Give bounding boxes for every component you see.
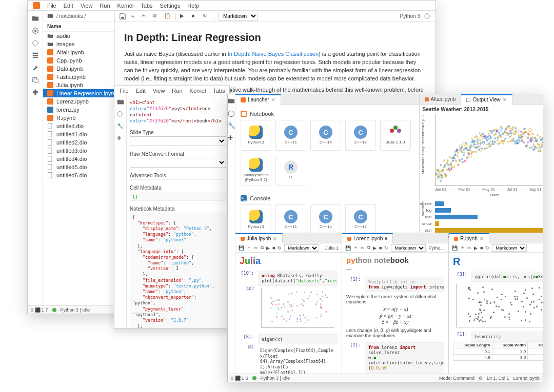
- file-row[interactable]: Cpp.ipynb: [43, 56, 114, 65]
- file-row[interactable]: untitled1.dio: [43, 130, 114, 138]
- running-icon[interactable]: ◯: [117, 111, 124, 118]
- cut-icon[interactable]: ✂: [361, 245, 365, 251]
- close-icon[interactable]: ✕: [271, 97, 275, 102]
- gear-icon[interactable]: ⚙: [479, 376, 483, 381]
- stop-icon[interactable]: ■: [191, 13, 199, 20]
- run-icon[interactable]: ▶: [180, 13, 187, 20]
- menu-item[interactable]: View: [153, 88, 165, 94]
- cell-type-select[interactable]: Markdown: [492, 244, 527, 252]
- menu-item[interactable]: Kernel: [190, 88, 206, 94]
- code[interactable]: head(iris): [471, 332, 543, 342]
- code[interactable]: eigen(x): [258, 334, 338, 344]
- file-row[interactable]: Julia.ipynb: [43, 81, 114, 89]
- restart-icon[interactable]: ↻: [384, 245, 388, 251]
- menu-item[interactable]: Help: [187, 3, 199, 9]
- launcher-card[interactable]: CC++17: [345, 120, 376, 151]
- launcher-card[interactable]: CC++17: [345, 204, 376, 233]
- notebook-metadata[interactable]: { "kernelspec": { "display_name": "Pytho…: [130, 213, 226, 328]
- copy-icon[interactable]: ⧉: [153, 13, 160, 20]
- file-row[interactable]: Lorenz.ipynb: [43, 97, 114, 106]
- restart-icon[interactable]: ↻: [278, 245, 282, 251]
- tab-r[interactable]: R.ipynb ✕: [449, 233, 489, 243]
- menu-item[interactable]: Edit: [136, 88, 146, 94]
- launcher-card[interactable]: CC++11: [275, 120, 306, 151]
- running-icon[interactable]: ◯: [228, 110, 235, 117]
- file-row[interactable]: images: [43, 40, 114, 48]
- extension-icon[interactable]: ✚: [228, 134, 235, 141]
- wrench-icon[interactable]: [32, 64, 39, 71]
- tab-lorenz[interactable]: Lorenz.ipynb: [342, 233, 393, 243]
- inline-link[interactable]: In Depth: Naive Bayes Classification: [228, 51, 319, 57]
- close-icon[interactable]: ✕: [273, 236, 277, 241]
- cell-type-select[interactable]: Markdown: [284, 244, 319, 252]
- tab-julia[interactable]: Julia.ipynb ✕: [235, 233, 283, 243]
- file-row[interactable]: untitled6.dio: [43, 171, 114, 179]
- wrench-icon[interactable]: 🔧: [228, 122, 235, 129]
- save-icon[interactable]: 💾: [239, 245, 244, 251]
- launcher-card[interactable]: RR: [275, 155, 306, 185]
- add-icon[interactable]: ＋: [460, 244, 465, 251]
- file-row[interactable]: untitled4.dio: [43, 155, 114, 163]
- menu-item[interactable]: Edit: [64, 3, 73, 9]
- menu-item[interactable]: Tabs: [141, 3, 152, 9]
- stop-icon[interactable]: ■: [480, 245, 483, 251]
- launcher-card[interactable]: CC++14: [310, 204, 341, 233]
- save-icon[interactable]: 💾: [345, 245, 351, 251]
- file-row[interactable]: audio: [43, 32, 114, 40]
- launcher-card[interactable]: Python 3: [241, 204, 271, 233]
- extension-icon[interactable]: ✚: [117, 135, 124, 142]
- cut-icon[interactable]: ✂: [142, 13, 149, 20]
- stop-icon[interactable]: ■: [379, 245, 382, 251]
- file-row[interactable]: Fasta.ipynb: [43, 73, 114, 81]
- menu-item[interactable]: Run: [100, 3, 110, 9]
- restart-icon[interactable]: ↻: [203, 13, 210, 20]
- kernel-name[interactable]: Python 3: [428, 245, 445, 251]
- code[interactable]: %matplotlib inline from ipywidgets impor…: [365, 277, 444, 292]
- file-row[interactable]: Linear Regression.ipynb: [43, 89, 114, 97]
- restart-icon[interactable]: ↻: [485, 245, 489, 251]
- cell-type-select[interactable]: Markdown: [219, 12, 258, 20]
- slide-type-select[interactable]: [130, 136, 226, 146]
- file-row[interactable]: Data.ipynb: [43, 65, 114, 73]
- add-icon[interactable]: ＋: [353, 244, 358, 251]
- raw-format-select[interactable]: [130, 158, 226, 168]
- run-icon[interactable]: ▶: [266, 245, 270, 251]
- copy-icon[interactable]: ⧉: [367, 245, 370, 251]
- copy-icon[interactable]: ⧉: [261, 245, 264, 251]
- cell-type-select[interactable]: Markdown: [391, 244, 426, 252]
- wrench-icon[interactable]: 🔧: [117, 123, 124, 130]
- add-icon[interactable]: ＋: [130, 13, 137, 20]
- launcher-card[interactable]: Julia 1.1.0: [380, 120, 411, 151]
- kernel-name[interactable]: Python 3: [400, 13, 420, 19]
- menu-item[interactable]: File: [47, 3, 56, 9]
- launcher-card[interactable]: Python 3: [241, 120, 271, 151]
- file-row[interactable]: lorenz.py: [43, 106, 114, 114]
- menu-item[interactable]: File: [120, 88, 129, 94]
- code[interactable]: ggplot(data=iris, aes(x=Sepal.Len: [471, 272, 543, 282]
- extension-icon[interactable]: [32, 89, 39, 96]
- breadcrumb[interactable]: / notebooks /: [43, 11, 114, 22]
- menu-item[interactable]: View: [81, 3, 93, 9]
- launcher-card[interactable]: CC++11: [275, 204, 306, 233]
- paste-icon[interactable]: 📋: [164, 13, 171, 20]
- menu-item[interactable]: Kernel: [117, 3, 134, 9]
- launcher-card[interactable]: phylogenetics (Python 3.7): [241, 155, 271, 185]
- file-row[interactable]: Altair.ipynb: [43, 48, 114, 56]
- close-icon[interactable]: ✕: [503, 97, 507, 102]
- code[interactable]: using RDatasets, Gadfly plot(dataset("da…: [258, 271, 338, 286]
- tab-launcher[interactable]: Launcher ✕: [235, 94, 281, 105]
- commands-icon[interactable]: [32, 52, 39, 59]
- file-row[interactable]: untitled5.dio: [43, 163, 114, 171]
- cell-metadata[interactable]: {}: [130, 192, 226, 201]
- stop-icon[interactable]: ■: [272, 245, 275, 251]
- close-icon[interactable]: ✕: [480, 236, 484, 241]
- running-icon[interactable]: [32, 27, 39, 34]
- menu-item[interactable]: Run: [172, 88, 182, 94]
- file-row[interactable]: untitled2.dio: [43, 138, 114, 147]
- folder-icon[interactable]: [228, 97, 235, 105]
- menu-item[interactable]: Settings: [160, 3, 181, 9]
- tab-altair[interactable]: Altair.ipynb: [420, 94, 462, 105]
- cut-icon[interactable]: ✂: [467, 245, 471, 251]
- kernel-name[interactable]: Julia 1: [325, 245, 339, 251]
- tabs-icon[interactable]: [32, 76, 39, 84]
